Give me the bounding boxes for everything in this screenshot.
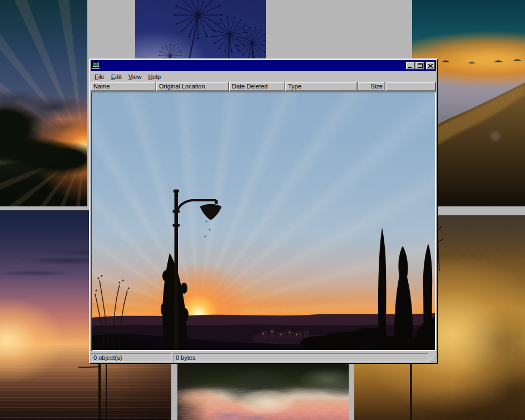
menu-item-file[interactable]: File (91, 72, 108, 81)
column-header-original-location[interactable]: Original Location (156, 82, 229, 91)
close-icon (428, 64, 433, 68)
close-button[interactable] (426, 62, 435, 70)
minimize-icon (408, 64, 413, 68)
maximize-button[interactable] (415, 62, 424, 70)
recycle-bin-wallpaper-photo (92, 92, 435, 350)
lake-pole (106, 362, 107, 420)
lake-pole (98, 359, 101, 420)
column-header-name[interactable]: Name (91, 82, 156, 91)
photo-sunset-rays (0, 0, 87, 206)
menu-bar: FileEditViewHelp (91, 71, 436, 82)
window-titlebar[interactable] (91, 60, 436, 71)
photo-water-reflection (177, 364, 349, 420)
computer-icon (92, 61, 101, 70)
column-header-date-deleted[interactable]: Date Deleted (229, 82, 285, 91)
menu-item-edit[interactable]: Edit (108, 72, 125, 81)
status-object-count: 0 object(s) (91, 353, 171, 362)
menu-item-view[interactable]: View (125, 72, 145, 81)
maximize-icon (418, 63, 423, 68)
column-header-size[interactable]: Size (358, 82, 385, 91)
resize-grip-icon[interactable] (429, 355, 435, 362)
menu-item-help[interactable]: Help (145, 72, 164, 81)
minimize-button[interactable] (406, 62, 415, 70)
column-header-type[interactable]: Type (285, 82, 358, 91)
column-header-row: NameOriginal LocationDate DeletedTypeSiz… (91, 82, 436, 91)
status-byte-count: 0 bytes (173, 353, 428, 362)
wallpaper-silhouettes (92, 92, 435, 350)
desktop-photo-collage: FileEditViewHelp NameOriginal LocationDa… (0, 0, 525, 420)
file-list-area[interactable] (91, 91, 436, 351)
recycle-bin-window: FileEditViewHelp NameOriginal LocationDa… (89, 58, 438, 364)
status-bar: 0 object(s) 0 bytes (91, 351, 436, 362)
column-header-filler[interactable] (385, 82, 436, 91)
